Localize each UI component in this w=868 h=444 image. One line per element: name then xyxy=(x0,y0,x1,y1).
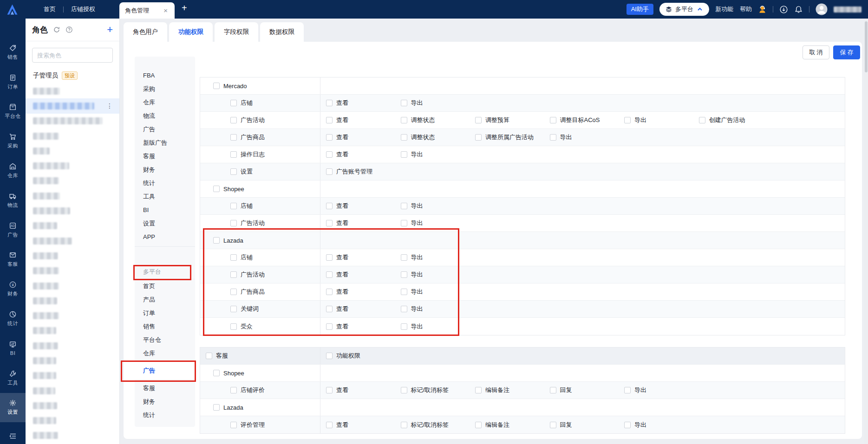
checkbox[interactable] xyxy=(401,289,407,295)
menu-item-top-10[interactable]: BI xyxy=(135,203,195,217)
role-list-item[interactable] xyxy=(26,398,119,413)
role-list-item[interactable] xyxy=(26,428,119,443)
save-button[interactable]: 保存 xyxy=(833,45,860,59)
checkbox[interactable] xyxy=(230,271,237,278)
sidebar-item-service[interactable]: 客服 xyxy=(0,245,26,275)
menu-item-top-9[interactable]: 工具 xyxy=(135,190,195,203)
role-list-item[interactable] xyxy=(26,248,119,263)
checkbox[interactable] xyxy=(230,422,237,428)
role-list-item[interactable] xyxy=(26,353,119,368)
checkbox[interactable] xyxy=(326,100,333,106)
menu-item-top-5[interactable]: 新版广告 xyxy=(135,136,195,149)
download-icon[interactable] xyxy=(779,5,788,14)
menu-item-top-3[interactable]: 物流 xyxy=(135,109,195,122)
checkbox[interactable] xyxy=(326,151,333,158)
role-list-item[interactable] xyxy=(26,233,119,248)
sidebar-item-purchase[interactable]: 采购 xyxy=(0,126,26,156)
menu-item-top-0[interactable]: FBA xyxy=(135,69,195,82)
checkbox[interactable] xyxy=(230,151,237,158)
role-list-item[interactable] xyxy=(26,413,119,428)
checkbox[interactable] xyxy=(475,134,482,141)
checkbox[interactable] xyxy=(401,220,407,226)
checkbox[interactable] xyxy=(475,387,482,393)
checkbox[interactable] xyxy=(401,151,407,158)
checkbox[interactable] xyxy=(230,289,237,295)
checkbox[interactable] xyxy=(326,271,333,278)
menu-item-bottom-6[interactable]: 广告 xyxy=(135,362,195,380)
role-list-item[interactable] xyxy=(26,143,119,158)
nav-tab-1[interactable]: 店铺授权 xyxy=(64,5,103,13)
checkbox[interactable] xyxy=(326,203,333,209)
support-agent-icon[interactable] xyxy=(758,5,767,14)
cancel-button[interactable]: 取消 xyxy=(803,45,829,59)
checkbox[interactable] xyxy=(401,306,407,312)
menu-item-bottom-1[interactable]: 产品 xyxy=(135,293,195,306)
menu-item-bottom-9[interactable]: 统计 xyxy=(135,408,195,422)
menu-item-top-1[interactable]: 采购 xyxy=(135,82,195,96)
help-icon[interactable] xyxy=(65,26,73,33)
menu-item-bottom-2[interactable]: 订单 xyxy=(135,306,195,320)
topbar-link-1[interactable]: 帮助 xyxy=(740,5,752,13)
checkbox[interactable] xyxy=(326,168,333,175)
role-list-item[interactable] xyxy=(26,264,119,278)
checkbox[interactable] xyxy=(401,254,407,261)
checkbox[interactable] xyxy=(401,422,407,428)
refresh-icon[interactable] xyxy=(53,26,60,33)
sidebar-item-tools[interactable]: 工具 xyxy=(0,363,26,393)
sidebar-item-finance[interactable]: ¥财务 xyxy=(0,274,26,304)
menu-item-bottom-7[interactable]: 客服 xyxy=(135,381,195,395)
checkbox[interactable] xyxy=(230,117,237,123)
checkbox[interactable] xyxy=(550,117,556,123)
topbar-link-0[interactable]: 新功能 xyxy=(715,5,733,13)
checkbox[interactable] xyxy=(326,323,333,330)
role-list-item[interactable]: ⋮ xyxy=(26,98,119,113)
menu-item-top-4[interactable]: 广告 xyxy=(135,122,195,136)
checkbox[interactable] xyxy=(230,134,237,141)
checkbox[interactable] xyxy=(326,220,333,226)
new-tab-button[interactable]: + xyxy=(182,3,187,13)
checkbox[interactable] xyxy=(326,306,333,312)
nav-tab-0[interactable]: 首页 xyxy=(36,5,63,13)
menu-item-bottom-8[interactable]: 财务 xyxy=(135,395,195,408)
close-icon[interactable]: × xyxy=(162,6,169,15)
checkbox[interactable] xyxy=(213,237,220,244)
sidebar-item-sales[interactable]: 销售 xyxy=(0,38,26,67)
checkbox[interactable] xyxy=(401,203,407,209)
content-tab-3[interactable]: 数据权限 xyxy=(260,22,304,42)
role-list-item[interactable] xyxy=(26,368,119,383)
menu-item-top-8[interactable]: 统计 xyxy=(135,176,195,190)
content-tab-1[interactable]: 功能权限 xyxy=(169,22,213,42)
sidebar-item-logistics[interactable]: 物流 xyxy=(0,186,26,215)
tab-role-management[interactable]: 角色管理 × xyxy=(119,2,175,19)
checkbox[interactable] xyxy=(326,117,333,123)
sidebar-item-ads[interactable]: AD广告 xyxy=(0,215,26,245)
checkbox[interactable] xyxy=(230,220,237,226)
checkbox[interactable] xyxy=(213,370,220,376)
menu-item-bottom-4[interactable]: 平台仓 xyxy=(135,333,195,347)
checkbox[interactable] xyxy=(230,203,237,209)
checkbox[interactable] xyxy=(230,168,237,175)
content-tab-2[interactable]: 字段权限 xyxy=(215,22,258,42)
checkbox[interactable] xyxy=(213,404,220,411)
checkbox[interactable] xyxy=(475,117,482,123)
checkbox[interactable] xyxy=(401,323,407,330)
scrollbar-thumb[interactable] xyxy=(865,21,868,72)
sidebar-item-warehouse[interactable]: 仓库 xyxy=(0,156,26,186)
platform-switcher[interactable]: 多平台 xyxy=(659,3,709,16)
checkbox[interactable] xyxy=(326,353,333,359)
role-list-item[interactable] xyxy=(26,203,119,218)
checkbox[interactable] xyxy=(326,289,333,295)
menu-item-top-2[interactable]: 仓库 xyxy=(135,96,195,109)
role-list-item[interactable] xyxy=(26,129,119,143)
role-list-item[interactable] xyxy=(26,219,119,233)
add-role-button[interactable]: + xyxy=(107,25,113,35)
ai-assistant-button[interactable]: AI助手 xyxy=(627,4,653,15)
checkbox[interactable] xyxy=(624,422,631,428)
menu-item-top-7[interactable]: 财务 xyxy=(135,163,195,176)
user-name-blurred[interactable] xyxy=(834,6,861,13)
checkbox[interactable] xyxy=(230,387,237,393)
checkbox[interactable] xyxy=(213,186,220,192)
content-tab-0[interactable]: 角色用户 xyxy=(124,22,167,42)
role-list-item[interactable] xyxy=(26,338,119,353)
app-logo-icon[interactable] xyxy=(6,3,19,16)
